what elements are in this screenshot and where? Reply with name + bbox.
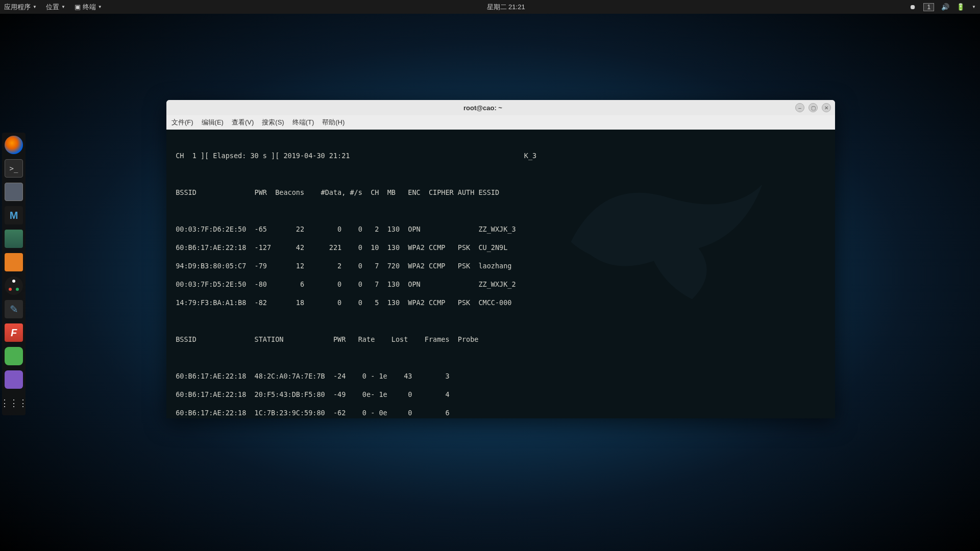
dock-notes[interactable] <box>5 370 23 389</box>
workspace-indicator[interactable]: 1 <box>923 3 934 11</box>
ap-table-header: BSSID PWR Beacons #Data, #/s CH MB ENC C… <box>172 188 830 197</box>
recorder-indicator-icon[interactable]: ⏺ <box>910 3 916 11</box>
terminal-launcher[interactable]: ▣ 终端▼ <box>75 3 102 12</box>
station-row: 60:B6:17:AE:22:18 48:2C:A0:7A:7E:7B -24 … <box>172 371 830 381</box>
dock-user-tool[interactable] <box>5 230 23 248</box>
blank-line <box>172 316 830 325</box>
ap-row: 60:B6:17:AE:22:18 -127 42 221 0 10 130 W… <box>172 243 830 252</box>
ap-row: 00:03:7F:D5:2E:50 -80 6 0 0 7 130 OPN ZZ… <box>172 280 830 289</box>
top-panel: 应用程序▼ 位置▼ ▣ 终端▼ 星期二 21:21 ⏺ 1 🔊 🔋 ▼ <box>0 0 980 14</box>
dock-brush[interactable]: ✎ <box>5 300 23 318</box>
system-menu-chevron-icon[interactable]: ▼ <box>972 5 976 9</box>
menubar: 文件(F) 编辑(E) 查看(V) 搜索(S) 终端(T) 帮助(H) <box>166 115 835 130</box>
dock-faraday[interactable]: F <box>5 323 23 342</box>
chevron-down-icon: ▼ <box>61 5 65 9</box>
menu-view[interactable]: 查看(V) <box>232 118 254 127</box>
close-button[interactable]: ✕ <box>822 103 831 112</box>
ap-row: 00:03:7F:D6:2E:50 -65 22 0 0 2 130 OPN Z… <box>172 224 830 234</box>
station-row: 60:B6:17:AE:22:18 20:F5:43:DB:F5:80 -49 … <box>172 390 830 399</box>
battery-icon[interactable]: 🔋 <box>957 3 965 11</box>
dock-terminal[interactable]: >_ <box>5 159 23 178</box>
dock: >_ M ✎ F ⋮⋮⋮ <box>2 133 26 415</box>
maximize-button[interactable]: ▢ <box>808 103 818 112</box>
chevron-down-icon: ▼ <box>33 5 37 9</box>
terminal-small-icon: ▣ <box>75 3 81 11</box>
minimize-button[interactable]: – <box>795 103 804 112</box>
menu-terminal[interactable]: 终端(T) <box>292 118 314 127</box>
airodump-status: CH 1 ][ Elapsed: 30 s ][ 2019-04-30 21:2… <box>172 151 830 160</box>
clock[interactable]: 星期二 21:21 <box>102 3 910 12</box>
applications-menu[interactable]: 应用程序▼ <box>4 3 37 12</box>
menu-help[interactable]: 帮助(H) <box>322 118 345 127</box>
dock-show-apps[interactable]: ⋮⋮⋮ <box>5 394 23 412</box>
dock-orange-tool[interactable] <box>5 253 23 271</box>
menu-file[interactable]: 文件(F) <box>172 118 193 127</box>
dock-firefox[interactable] <box>5 136 23 154</box>
dock-files[interactable] <box>5 183 23 201</box>
blank-line <box>172 353 830 362</box>
window-title: root@cao: ~ <box>170 104 795 112</box>
blank-line <box>172 206 830 215</box>
window-titlebar[interactable]: root@cao: ~ – ▢ ✕ <box>166 100 835 115</box>
dock-recorder[interactable] <box>5 277 23 295</box>
menu-search[interactable]: 搜索(S) <box>262 118 284 127</box>
station-table-header: BSSID STATION PWR Rate Lost Frames Probe <box>172 335 830 344</box>
station-row: 60:B6:17:AE:22:18 1C:7B:23:9C:59:80 -62 … <box>172 408 830 417</box>
terminal-body[interactable]: CH 1 ][ Elapsed: 30 s ][ 2019-04-30 21:2… <box>166 130 835 418</box>
menu-edit[interactable]: 编辑(E) <box>202 118 224 127</box>
volume-icon[interactable]: 🔊 <box>941 3 949 11</box>
blank-line <box>172 169 830 179</box>
ap-row: 94:D9:B3:80:05:C7 -79 12 2 0 7 720 WPA2 … <box>172 261 830 270</box>
places-menu[interactable]: 位置▼ <box>46 3 65 12</box>
terminal-window: root@cao: ~ – ▢ ✕ 文件(F) 编辑(E) 查看(V) 搜索(S… <box>166 100 835 418</box>
ap-row: 14:79:F3:BA:A1:B8 -82 18 0 0 5 130 WPA2 … <box>172 298 830 307</box>
chevron-down-icon: ▼ <box>98 5 102 9</box>
dock-metasploit[interactable]: M <box>5 206 23 224</box>
dock-chat[interactable] <box>5 347 23 365</box>
